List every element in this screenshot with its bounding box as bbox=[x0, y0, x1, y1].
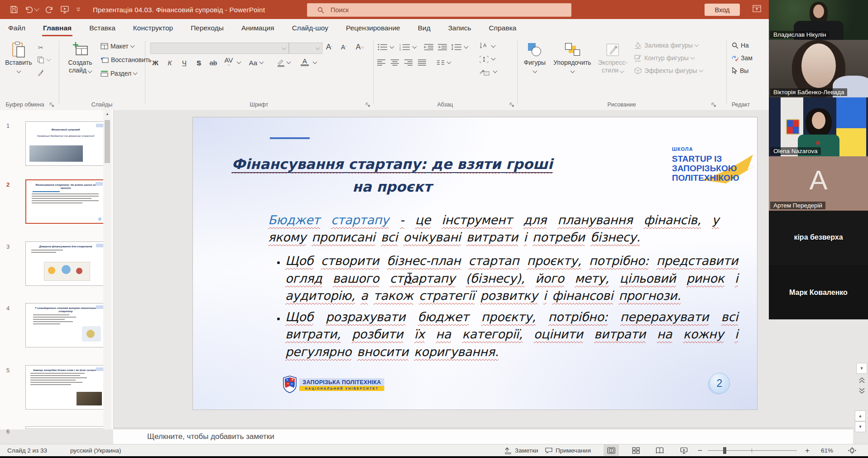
slide-intro-paragraph[interactable]: Бюджет стартапу - це інструмент для план… bbox=[268, 212, 719, 246]
quick-styles-button[interactable]: Экспресс- стили bbox=[595, 41, 630, 74]
increase-indent-icon[interactable] bbox=[437, 43, 447, 51]
slide-thumbnail-6[interactable] bbox=[25, 426, 106, 429]
underline-button[interactable]: Ч bbox=[178, 57, 190, 68]
fit-slide-to-window-icon[interactable] bbox=[848, 444, 857, 457]
character-spacing-button[interactable]: AV↔ bbox=[223, 57, 235, 68]
undo-icon[interactable] bbox=[24, 5, 38, 14]
font-color-button[interactable]: А bbox=[301, 57, 309, 66]
italic-button[interactable]: К bbox=[164, 57, 176, 68]
scrollbar-thumb[interactable] bbox=[105, 120, 110, 163]
align-text-icon[interactable] bbox=[479, 55, 489, 63]
save-icon[interactable] bbox=[10, 5, 18, 14]
notes-scroll-up-button[interactable]: ▲ bbox=[855, 410, 866, 421]
convert-smartart-icon[interactable] bbox=[479, 68, 490, 76]
clear-formatting-button[interactable]: А▱ bbox=[354, 42, 366, 53]
start-slideshow-icon[interactable] bbox=[60, 5, 69, 14]
paste-button[interactable]: Вставить bbox=[5, 41, 33, 72]
redo-icon[interactable] bbox=[45, 5, 54, 14]
thumbnail-scrollbar[interactable]: ▲ bbox=[103, 110, 111, 429]
decrease-indent-icon[interactable] bbox=[424, 43, 434, 51]
slide-thumbnail-5[interactable]: Навіщо потрібен бізнес-план і як його ск… bbox=[25, 365, 106, 410]
slide-indicator[interactable]: Слайд 2 из 33 bbox=[7, 444, 47, 457]
cut-icon[interactable]: ✂ bbox=[38, 43, 43, 52]
tab-animations[interactable]: Анимация bbox=[240, 20, 275, 36]
copy-dropdown-icon[interactable] bbox=[47, 57, 51, 62]
shrink-font-button[interactable]: Аˇ bbox=[338, 42, 350, 53]
tab-view[interactable]: Вид bbox=[417, 20, 432, 36]
character-spacing-dropdown-icon[interactable] bbox=[237, 60, 241, 64]
clipboard-dialog-launcher-icon[interactable] bbox=[49, 102, 54, 107]
font-color-dropdown-icon[interactable] bbox=[313, 60, 317, 64]
participant-video-3[interactable]: Olena Nazarova bbox=[769, 97, 868, 156]
strikethrough-button[interactable]: ab bbox=[207, 57, 219, 68]
numbering-icon[interactable]: 123 bbox=[399, 43, 410, 51]
font-dialog-launcher-icon[interactable] bbox=[365, 102, 370, 107]
new-slide-button[interactable]: Создать слайд bbox=[64, 41, 96, 74]
zoom-out-button[interactable]: − bbox=[698, 444, 702, 457]
align-center-icon[interactable] bbox=[390, 59, 399, 66]
numbering-dropdown-icon[interactable] bbox=[412, 44, 417, 49]
language-indicator[interactable]: русский (Украина) bbox=[70, 444, 121, 457]
text-direction-icon[interactable]: A bbox=[479, 42, 489, 50]
slide-sorter-view-button[interactable] bbox=[628, 444, 643, 457]
select-button[interactable]: Вы bbox=[732, 67, 748, 74]
undo-dropdown-icon[interactable] bbox=[34, 6, 39, 11]
change-case-dropdown-icon[interactable] bbox=[259, 60, 264, 64]
ribbon-display-options-icon[interactable] bbox=[753, 5, 761, 13]
find-button[interactable]: На bbox=[732, 42, 749, 49]
reset-button[interactable]: Восстановить bbox=[101, 56, 152, 63]
shapes-dropdown-icon[interactable] bbox=[532, 69, 537, 73]
paragraph-dialog-launcher-icon[interactable] bbox=[509, 102, 514, 107]
tab-insert[interactable]: Вставка bbox=[88, 20, 116, 36]
zoom-slider-track[interactable] bbox=[708, 450, 797, 451]
highlight-color-dropdown-icon[interactable] bbox=[287, 60, 291, 64]
shape-outline-button[interactable]: Контур фигуры bbox=[634, 54, 694, 62]
search-box[interactable] bbox=[307, 3, 571, 17]
tab-record[interactable]: Запись bbox=[447, 20, 472, 36]
format-painter-icon[interactable] bbox=[37, 69, 44, 76]
text-direction-dropdown-icon[interactable] bbox=[491, 43, 496, 48]
slide-title[interactable]: Фінансування стартапу: де взяти гроші на… bbox=[202, 153, 582, 198]
reading-view-button[interactable] bbox=[652, 444, 667, 457]
replace-button[interactable]: bc Зам bbox=[732, 54, 753, 62]
slide-thumbnail-4[interactable]: 7 стандартних статей витрат технічного с… bbox=[25, 303, 106, 347]
copy-icon[interactable] bbox=[37, 56, 44, 63]
shapes-button[interactable]: Фигуры bbox=[521, 41, 549, 72]
bullets-icon[interactable] bbox=[378, 43, 388, 51]
notes-scroll-down-button[interactable]: ▼ bbox=[855, 421, 866, 432]
participant-video-2[interactable]: Вікторія Бабенко-Левада bbox=[769, 40, 868, 97]
normal-view-button[interactable] bbox=[604, 444, 619, 457]
shape-effects-button[interactable]: Эффекты фигуры bbox=[634, 67, 703, 74]
tab-file[interactable]: Файл bbox=[7, 20, 26, 36]
slide-thumbnail-3[interactable]: Джерела фінансування для стартапів bbox=[25, 241, 106, 286]
slide-bullet-list[interactable]: Щоб створити бізнес-план стартап проєкту… bbox=[268, 252, 738, 364]
grow-font-button[interactable]: Аˆ bbox=[323, 42, 335, 53]
participant-video-4[interactable]: A Артем Передерій bbox=[769, 156, 868, 211]
bullets-dropdown-icon[interactable] bbox=[390, 44, 394, 49]
slide-thumbnail-2-selected[interactable]: Фінансування стартапу: де взяти гроші на… bbox=[25, 179, 106, 224]
scroll-up-icon[interactable]: ▲ bbox=[103, 110, 111, 118]
tab-review[interactable]: Рецензирование bbox=[345, 20, 401, 36]
scroll-down-button[interactable]: ▼ bbox=[856, 363, 867, 374]
drawing-dialog-launcher-icon[interactable] bbox=[711, 102, 716, 107]
zoom-level[interactable]: 61% bbox=[821, 444, 833, 457]
columns-icon[interactable] bbox=[436, 60, 445, 66]
paste-dropdown-icon[interactable] bbox=[16, 69, 21, 73]
notes-pane[interactable]: Щелкните, чтобы добавить заметки bbox=[113, 429, 853, 444]
comments-toggle[interactable]: Примечания bbox=[545, 444, 591, 457]
participant-video-6[interactable]: Марк Коваленко bbox=[769, 265, 868, 319]
bold-button[interactable]: Ж bbox=[149, 57, 161, 68]
layout-button[interactable]: Макет bbox=[101, 43, 134, 50]
font-size-combo[interactable] bbox=[289, 43, 322, 54]
justify-icon[interactable] bbox=[417, 59, 427, 66]
slide-thumbnail-1[interactable]: Фінансовий супровід Українські бюджетні … bbox=[25, 121, 106, 166]
slideshow-view-button[interactable] bbox=[676, 444, 691, 457]
font-name-combo[interactable] bbox=[150, 43, 289, 54]
search-input[interactable] bbox=[324, 6, 571, 14]
tab-design[interactable]: Конструктор bbox=[132, 20, 174, 36]
notes-placeholder[interactable]: Щелкните, чтобы добавить заметки bbox=[147, 432, 274, 441]
zoom-in-button[interactable]: + bbox=[805, 444, 810, 457]
shape-fill-button[interactable]: Заливка фигуры bbox=[634, 42, 698, 49]
change-case-button[interactable]: Aa bbox=[247, 57, 259, 68]
zoom-slider-thumb[interactable] bbox=[723, 447, 726, 454]
